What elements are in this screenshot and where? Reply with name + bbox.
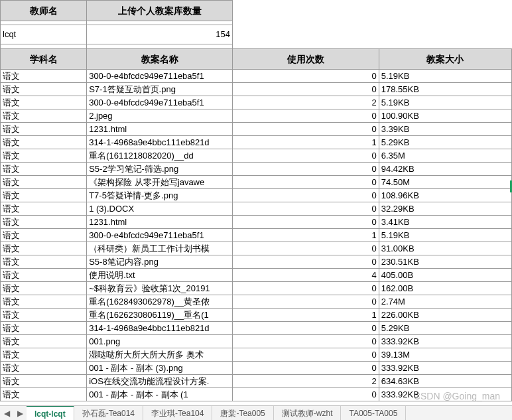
cell-name[interactable]: 重名(1628493062978)__黄圣侬 xyxy=(87,295,233,308)
cell-count[interactable]: 2 xyxy=(233,96,379,109)
cell-subject[interactable]: 语文 xyxy=(1,361,87,374)
cell-subject[interactable]: 语文 xyxy=(1,202,87,215)
table-row[interactable]: 语文S7-1答疑互动首页.png0178.55KB xyxy=(1,82,512,96)
cell-count[interactable]: 0 xyxy=(233,242,379,255)
cell-size[interactable]: 178.55KB xyxy=(379,82,511,96)
cell-count[interactable]: 0 xyxy=(233,109,379,122)
cell-count[interactable]: 2 xyxy=(233,374,379,387)
table-row[interactable]: 语文300-0-e4bfcdc949e711eba5f125.19KB xyxy=(1,96,512,109)
cell-size[interactable]: 94.42KB xyxy=(379,162,511,175)
tab-next-button[interactable]: ▶ xyxy=(13,409,27,418)
cell-size[interactable]: 3.39KB xyxy=(379,122,511,135)
cell-name[interactable]: 2.jpeg xyxy=(87,109,233,122)
table-row[interactable]: 语文001 - 副本 - 副本 - 副本 (10333.92KB xyxy=(1,387,512,401)
table-row[interactable]: 语文重名(1611218082020)__dd06.35M xyxy=(1,149,512,162)
cell-name[interactable]: S5-2学习笔记-筛选.png xyxy=(87,162,233,175)
cell-name[interactable]: 1 (3).DOCX xyxy=(87,202,233,215)
cell-name[interactable]: 《架构探险 从零开始写javawe xyxy=(87,175,233,188)
cell-size[interactable]: 32.29KB xyxy=(379,202,511,215)
cell-name[interactable]: 001 - 副本 - 副本 - 副本 (1 xyxy=(87,387,233,401)
table-row[interactable]: 语文1231.html03.41KB xyxy=(1,215,512,228)
cell-subject[interactable]: 语文 xyxy=(1,255,87,268)
sheet-tab[interactable]: TA005-TA005 xyxy=(341,406,406,421)
cell-subject[interactable]: 语文 xyxy=(1,334,87,348)
table-row[interactable]: 语文使用说明.txt4405.00B xyxy=(1,268,512,281)
cell-name[interactable]: 300-0-e4bfcdc949e711eba5f1 xyxy=(87,69,233,82)
table-row[interactable]: 语文重名(1626230806119)__重名(11226.00KB xyxy=(1,308,512,321)
cell-count[interactable]: 0 xyxy=(233,348,379,361)
sheet-tab[interactable]: 唐棠-Tea005 xyxy=(212,406,273,421)
cell-size[interactable]: 162.00B xyxy=(379,281,511,295)
cell-count[interactable]: 0 xyxy=(233,361,379,374)
table-row[interactable]: 语文300-0-e4bfcdc949e711eba5f115.19KB xyxy=(1,228,512,242)
cell-size[interactable]: 5.19KB xyxy=(379,96,511,109)
cell-count[interactable]: 0 xyxy=(233,334,379,348)
cell-name[interactable]: 314-1-4968a9e4bbc111eb821d xyxy=(87,321,233,334)
table-row[interactable]: 语文2.jpeg0100.90KB xyxy=(1,109,512,122)
cell-size[interactable]: 634.63KB xyxy=(379,374,511,387)
cell-subject[interactable]: 语文 xyxy=(1,281,87,295)
cell-name[interactable]: 001.png xyxy=(87,334,233,348)
cell-name[interactable]: 001 - 副本 - 副本 (3).png xyxy=(87,361,233,374)
table-row[interactable]: 语文S5-8笔记内容.png0230.51KB xyxy=(1,255,512,268)
cell-name[interactable]: iOS在线交流功能流程设计方案. xyxy=(87,374,233,387)
table-row[interactable]: 语文湿哒哒所大所大所大所多 奥术039.13M xyxy=(1,348,512,361)
table-row[interactable]: 语文S5-2学习笔记-筛选.png094.42KB xyxy=(1,162,512,175)
cell-subject[interactable]: 语文 xyxy=(1,162,87,175)
cell-subject[interactable]: 语文 xyxy=(1,96,87,109)
cell-upload-count[interactable]: 154 xyxy=(87,25,233,44)
table-row[interactable]: 语文001 - 副本 - 副本 (3).png0333.92KB xyxy=(1,361,512,374)
cell-subject[interactable]: 语文 xyxy=(1,321,87,334)
cell-size[interactable]: 3.41KB xyxy=(379,215,511,228)
cell-count[interactable]: 1 xyxy=(233,228,379,242)
cell-subject[interactable]: 语文 xyxy=(1,149,87,162)
table-row[interactable]: 语文重名(1628493062978)__黄圣侬02.74M xyxy=(1,295,512,308)
cell-count[interactable]: 1 xyxy=(233,135,379,149)
cell-name[interactable]: 314-1-4968a9e4bbc111eb821d xyxy=(87,135,233,149)
table-row[interactable]: 语文iOS在线交流功能流程设计方案.2634.63KB xyxy=(1,374,512,387)
table-row[interactable]: 语文314-1-4968a9e4bbc111eb821d05.29KB xyxy=(1,321,512,334)
cell-subject[interactable]: 语文 xyxy=(1,69,87,82)
cell-name[interactable]: （科研类）新员工工作计划书模 xyxy=(87,242,233,255)
cell-count[interactable]: 0 xyxy=(233,82,379,96)
cell-size[interactable]: 100.90KB xyxy=(379,109,511,122)
cell-name[interactable]: T7-5答疑详情-更多.png xyxy=(87,188,233,202)
cell-name[interactable]: S7-1答疑互动首页.png xyxy=(87,82,233,96)
cell-name[interactable]: 湿哒哒所大所大所大所多 奥术 xyxy=(87,348,233,361)
cell-name[interactable]: ~$科教育云》验收第1次_20191 xyxy=(87,281,233,295)
cell-count[interactable]: 0 xyxy=(233,149,379,162)
cell-name[interactable]: 300-0-e4bfcdc949e711eba5f1 xyxy=(87,228,233,242)
cell-size[interactable]: 5.29KB xyxy=(379,135,511,149)
cell-count[interactable]: 0 xyxy=(233,387,379,401)
cell-count[interactable]: 0 xyxy=(233,281,379,295)
cell-name[interactable]: S5-8笔记内容.png xyxy=(87,255,233,268)
cell-subject[interactable]: 语文 xyxy=(1,228,87,242)
table-row[interactable]: 语文1231.html03.39KB xyxy=(1,122,512,135)
table-row[interactable]: 语文314-1-4968a9e4bbc111eb821d15.29KB xyxy=(1,135,512,149)
sheet-tab[interactable]: 孙石磊-Tea014 xyxy=(74,406,143,421)
cell-name[interactable]: 重名(1626230806119)__重名(1 xyxy=(87,308,233,321)
sheet-tab[interactable]: lcqt-lcqt xyxy=(27,406,74,420)
cell-teacher-name[interactable]: lcqt xyxy=(1,25,87,44)
cell-size[interactable]: 333.92KB xyxy=(379,387,511,401)
cell-count[interactable]: 0 xyxy=(233,321,379,334)
cell-size[interactable]: 5.19KB xyxy=(379,228,511,242)
cell-subject[interactable]: 语文 xyxy=(1,109,87,122)
cell-subject[interactable]: 语文 xyxy=(1,188,87,202)
cell-count[interactable]: 4 xyxy=(233,268,379,281)
cell-subject[interactable]: 语文 xyxy=(1,135,87,149)
cell-name[interactable]: 重名(1611218082020)__dd xyxy=(87,149,233,162)
cell-count[interactable]: 0 xyxy=(233,69,379,82)
cell-size[interactable]: 2.74M xyxy=(379,295,511,308)
cell-subject[interactable]: 语文 xyxy=(1,82,87,96)
table-row[interactable]: 语文~$科教育云》验收第1次_201910162.00B xyxy=(1,281,512,295)
cell-size[interactable]: 74.50M xyxy=(379,175,511,188)
table-row[interactable]: 语文（科研类）新员工工作计划书模031.00KB xyxy=(1,242,512,255)
cell-subject[interactable]: 语文 xyxy=(1,295,87,308)
cell-size[interactable]: 39.13M xyxy=(379,348,511,361)
cell-size[interactable]: 31.00KB xyxy=(379,242,511,255)
cell-subject[interactable]: 语文 xyxy=(1,268,87,281)
cell-name[interactable]: 300-0-e4bfcdc949e711eba5f1 xyxy=(87,96,233,109)
cell-name[interactable]: 1231.html xyxy=(87,215,233,228)
cell-size[interactable]: 5.29KB xyxy=(379,321,511,334)
